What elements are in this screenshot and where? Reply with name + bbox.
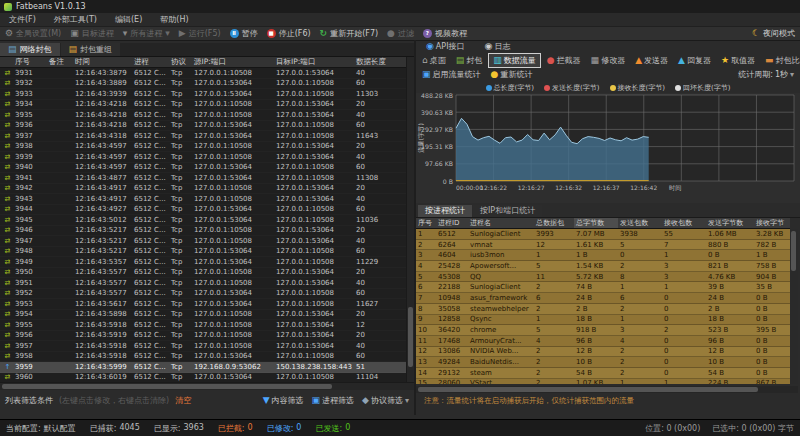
legend-item-3[interactable]: 回环长度(字节) [675,83,730,93]
stats-table-row[interactable]: 1528060VStart21.07 KB11224 B867 B [416,379,790,384]
protocol-filter-button[interactable]: ◆协议筛选▾ [362,395,409,406]
stats-table-row[interactable]: 34604iusb3mon11 B010 B1 B [416,250,790,261]
clear-filter-button[interactable]: 清空 [175,395,191,406]
legend-item-1[interactable]: 发送长度(字节) [544,83,599,93]
legend-item-2[interactable]: 接收长度(字节) [610,83,665,93]
menu-item-0[interactable]: 文件(F) [0,13,45,27]
tool-tab-2[interactable]: ▥数据流量 [488,53,541,68]
tool-tab-3[interactable]: ●拦截器 [543,54,585,67]
table-row[interactable]: ⇄395412:16:43:58986512 C...Tcp127.0.0.1:… [0,310,406,321]
table-row[interactable]: ⇄393812:16:43:45976512 C...Tcp127.0.0.1:… [0,142,406,153]
stats-column-header-5[interactable]: 发送包数 [618,218,662,228]
stats-column-header-8[interactable]: 接收字节 [754,218,790,228]
column-header-7[interactable]: 数据长度 [354,57,400,67]
stats-table-row[interactable]: 545308QQ115.72 KB834.76 KB904 B [416,272,790,283]
stats-table-row[interactable]: 1117468ArmouryCrat...496 B4096 B0 B [416,336,790,347]
column-header-0[interactable]: 序号 [13,57,47,67]
stats-column-header-1[interactable]: 进程ID [436,218,468,228]
tool-tab-4[interactable]: ▦修改器 [587,54,630,67]
stats-column-header-6[interactable]: 接收包数 [662,218,706,228]
packet-table-vscrollbar[interactable] [406,57,414,382]
stats-table-row[interactable]: 1036420chrome5918 B32523 B395 B [416,325,790,336]
table-row[interactable]: ⇄394612:16:43:52176512 C...Tcp127.0.0.1:… [0,226,406,237]
stats-column-header-2[interactable]: 进程名 [468,218,534,228]
stats-column-header-0[interactable]: 序号 [416,218,436,228]
table-row[interactable]: ⇄394912:16:43:53576512 C...Tcp127.0.0.1:… [0,257,406,268]
stats-table-row[interactable]: 835058steamwebhelper22 B202 B0 B [416,304,790,315]
table-row[interactable]: ⇄394412:16:43:49276512 C...Tcp127.0.0.1:… [0,205,406,216]
vscroll-thumb[interactable] [408,307,413,367]
stats-table-row[interactable]: 912858Qsync118 B1018 B0 B [416,315,790,326]
tool-tab-5[interactable]: ▲发送器 [631,54,672,67]
column-header-5[interactable]: 源IP:端口 [192,57,274,67]
vscroll-thumb[interactable] [791,231,796,271]
toolbar-button-8[interactable]: ?视频教程 [423,28,467,39]
stats-column-header-3[interactable]: 总数据包 [534,218,574,228]
night-mode-toggle[interactable]: ☾夜间模式 [752,28,795,39]
toolbar-button-6[interactable]: ↻重新开始(F7) [320,28,378,39]
toolbar-button-4[interactable]: Ⅱ暂停 [230,28,258,39]
table-row[interactable]: ⇄393712:16:43:43186512 C...Tcp127.0.0.1:… [0,131,406,142]
table-row[interactable]: ⇄394312:16:43:49176512 C...Tcp127.0.0.1:… [0,194,406,205]
table-row[interactable]: ⇄394212:16:43:49176512 C...Tcp127.0.0.1:… [0,184,406,195]
tool-tab-1[interactable]: ▤封包 [452,54,487,67]
legend-item-0[interactable]: 总长度(字节) [486,83,534,93]
right-top-tab-1[interactable]: ◉日志 [481,40,515,53]
stats-table-row[interactable]: 26264vmnat121.61 KB57880 B782 B [416,240,790,251]
stats-table-row[interactable]: 622188SunlogiaClient274 B1139 B35 B [416,282,790,293]
table-row[interactable]: ⇄393912:16:43:45976512 C...Tcp127.0.0.1:… [0,152,406,163]
left-tab-0[interactable]: ▤网络封包 [0,43,60,56]
enable-traffic-stats-button[interactable]: ▣启用流量统计 [422,69,481,80]
stats-table-row[interactable]: 710948asus_framework624 B6024 B0 B [416,293,790,304]
menu-item-1[interactable]: 外部工具(T) [45,13,106,27]
column-header-6[interactable]: 目标IP:端口 [274,57,354,67]
table-row[interactable]: ⇄395212:16:43:55776512 C...Tcp127.0.0.1:… [0,289,406,300]
stats-table-row[interactable]: 425428Apowersoft...51.54 KB23821 B758 B [416,261,790,272]
stats-tab-0[interactable]: 按进程统计 [418,205,472,217]
table-row[interactable]: ⇄393212:16:43:38896512 C...Tcp127.0.0.1:… [0,79,406,90]
stat-period-select[interactable]: 统计周期: 1秒 ▾ [738,69,794,80]
table-row[interactable]: ⇄395312:16:43:56176512 C...Tcp127.0.0.1:… [0,299,406,310]
table-row[interactable]: ⇄395812:16:43:59186512 C...Tcp127.0.0.1:… [0,352,406,363]
column-header-3[interactable]: 进程 [132,57,169,67]
tool-tab-6[interactable]: ▲回复器 [674,54,715,67]
table-row[interactable]: ⇄393312:16:43:39396512 C...Tcp127.0.0.1:… [0,89,406,100]
tool-tab-0[interactable]: ⌂桌面 [418,54,450,67]
content-filter-button[interactable]: ▼内容筛选 [263,395,304,406]
table-row[interactable]: ⇄395012:16:43:55776512 C...Tcp127.0.0.1:… [0,268,406,279]
stats-column-header-7[interactable]: 发送字节数 [706,218,754,228]
stats-table-row[interactable]: 16512SunlogiaClient39937.07 MB3938551.06… [416,229,790,240]
table-row[interactable]: ⇄393512:16:43:42186512 C...Tcp127.0.0.1:… [0,110,406,121]
table-row[interactable]: ⇄396012:16:43:60196512 C...Tcp127.0.0.1:… [0,373,406,383]
column-header-1[interactable]: 备注 [47,57,73,67]
column-header-4[interactable]: 协议 [169,57,192,67]
table-row[interactable]: ⇄395712:16:43:59186512 C...Tcp127.0.0.1:… [0,341,406,352]
table-row[interactable]: ⇄395612:16:43:59196512 C...Tcp127.0.0.1:… [0,331,406,342]
stats-column-header-4[interactable]: 总字节数 [574,218,618,228]
toolbar-button-5[interactable]: ■停止(F6) [267,28,311,39]
hscroll-thumb[interactable] [418,387,758,392]
recount-button[interactable]: ●重新统计 [491,69,533,80]
hscroll-thumb[interactable] [2,384,332,389]
table-row[interactable]: ⇄395512:16:43:59186512 C...Tcp127.0.0.1:… [0,320,406,331]
table-row[interactable]: ↑395912:16:43:59996512 C...Tcp192.168.0.… [0,362,406,373]
tool-tab-7[interactable]: ★取值器 [717,54,759,67]
table-row[interactable]: ⇄393612:16:43:42186512 C...Tcp127.0.0.1:… [0,121,406,132]
stats-table-row[interactable]: 1213086NVIDIA Web...212 B2012 B0 B [416,347,790,358]
table-row[interactable]: ⇄394712:16:43:52176512 C...Tcp127.0.0.1:… [0,236,406,247]
stats-tab-1[interactable]: 按IP和端口统计 [473,205,542,217]
table-row[interactable]: ⇄394512:16:43:50126512 C...Tcp127.0.0.1:… [0,215,406,226]
menu-item-3[interactable]: 帮助(H) [151,13,197,27]
stats-table-hscrollbar[interactable] [416,386,798,393]
table-row[interactable]: ⇄394812:16:43:52176512 C...Tcp127.0.0.1:… [0,247,406,258]
tool-tab-8[interactable]: ▬封包比对 [761,54,800,67]
packet-table-hscrollbar[interactable] [0,382,414,390]
right-top-tab-0[interactable]: ◉API接口 [422,40,469,53]
process-filter-button[interactable]: ▣进程筛选 [312,395,355,406]
table-row[interactable]: ⇄395112:16:43:55776512 C...Tcp127.0.0.1:… [0,278,406,289]
table-row[interactable]: ⇄393112:16:43:38796512 C...Tcp127.0.0.1:… [0,68,406,79]
menu-item-2[interactable]: 编辑(E) [106,13,151,27]
table-row[interactable]: ⇄394012:16:43:45976512 C...Tcp127.0.0.1:… [0,163,406,174]
left-tab-1[interactable]: ▤封包重组 [61,43,121,56]
stats-table-row[interactable]: 1429132steam254 B2054 B0 B [416,368,790,379]
